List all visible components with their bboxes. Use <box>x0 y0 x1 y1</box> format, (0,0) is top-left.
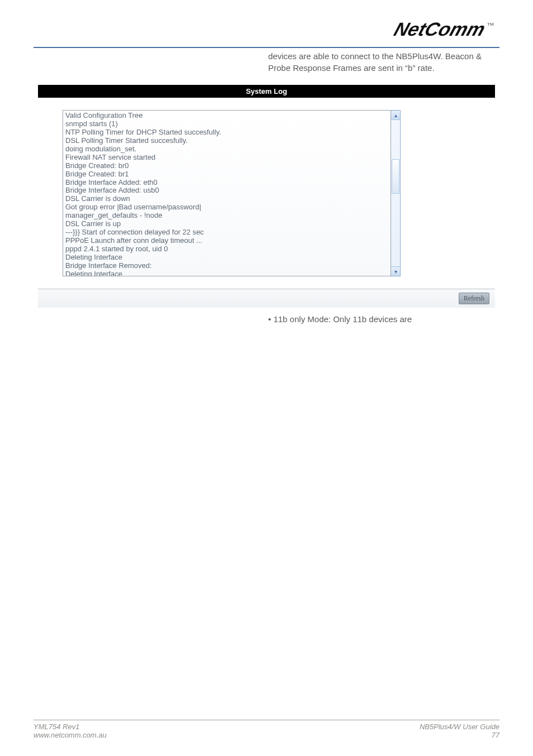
scroll-track[interactable] <box>391 120 400 266</box>
system-log-title: System Log <box>38 85 495 98</box>
scroll-thumb[interactable] <box>392 159 399 194</box>
scroll-up-icon[interactable]: ▴ <box>391 111 400 120</box>
brand-logo: NetComm TM <box>34 17 499 44</box>
scroll-down-icon[interactable]: ▾ <box>391 266 400 276</box>
footer-left-line2: www.netcomm.com.au <box>34 731 107 739</box>
svg-text:NetComm: NetComm <box>392 18 488 40</box>
bullet-line: • 11b only Mode: Only 11b devices are <box>268 314 499 324</box>
intro-paragraph: devices are able to connect to the NB5Pl… <box>268 50 499 74</box>
footer-right-line1: NB5Plus4/W User Guide <box>420 722 499 731</box>
footer-page-number: 77 <box>420 731 499 739</box>
refresh-button[interactable]: Refresh <box>459 293 489 304</box>
system-log-panel: System Log ▴ ▾ Refresh <box>38 85 495 308</box>
footer-left-line1: YML754 Rev1 <box>34 722 79 731</box>
scrollbar[interactable]: ▴ ▾ <box>391 110 401 276</box>
system-log-textarea[interactable] <box>63 110 391 276</box>
svg-text:TM: TM <box>487 22 494 27</box>
header-rule <box>34 47 499 48</box>
page-footer: YML754 Rev1 www.netcomm.com.au NB5Plus4/… <box>34 720 499 739</box>
footer-rule <box>34 720 499 720</box>
